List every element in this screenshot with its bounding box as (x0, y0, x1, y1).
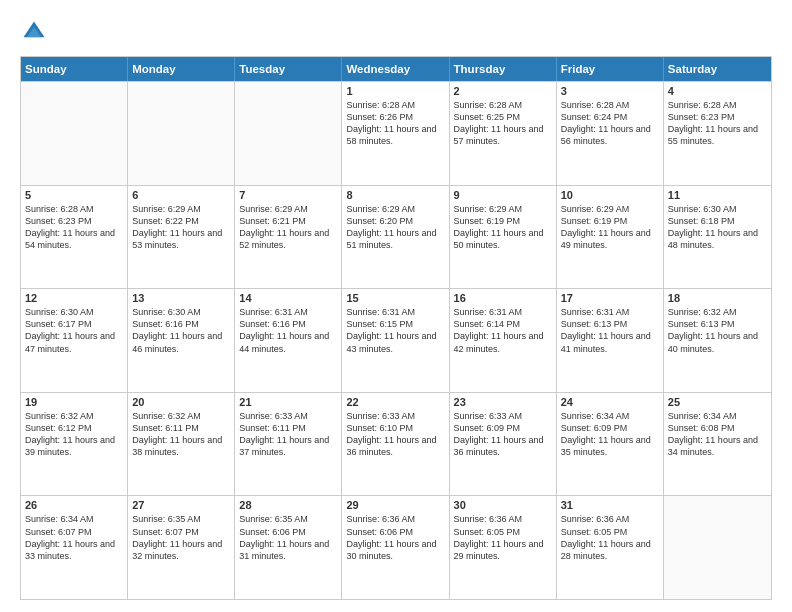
calendar-cell (128, 82, 235, 185)
cell-info: Sunrise: 6:30 AM Sunset: 6:17 PM Dayligh… (25, 306, 123, 355)
cell-info: Sunrise: 6:36 AM Sunset: 6:06 PM Dayligh… (346, 513, 444, 562)
day-number: 25 (668, 396, 767, 408)
day-number: 29 (346, 499, 444, 511)
calendar-row-3: 12Sunrise: 6:30 AM Sunset: 6:17 PM Dayli… (21, 288, 771, 392)
cell-info: Sunrise: 6:28 AM Sunset: 6:24 PM Dayligh… (561, 99, 659, 148)
calendar-row-5: 26Sunrise: 6:34 AM Sunset: 6:07 PM Dayli… (21, 495, 771, 599)
cell-info: Sunrise: 6:35 AM Sunset: 6:07 PM Dayligh… (132, 513, 230, 562)
cell-info: Sunrise: 6:29 AM Sunset: 6:19 PM Dayligh… (454, 203, 552, 252)
day-number: 31 (561, 499, 659, 511)
day-number: 21 (239, 396, 337, 408)
day-number: 16 (454, 292, 552, 304)
day-number: 30 (454, 499, 552, 511)
calendar-row-2: 5Sunrise: 6:28 AM Sunset: 6:23 PM Daylig… (21, 185, 771, 289)
weekday-header-thursday: Thursday (450, 57, 557, 81)
day-number: 18 (668, 292, 767, 304)
cell-info: Sunrise: 6:34 AM Sunset: 6:09 PM Dayligh… (561, 410, 659, 459)
cell-info: Sunrise: 6:33 AM Sunset: 6:11 PM Dayligh… (239, 410, 337, 459)
calendar-cell: 3Sunrise: 6:28 AM Sunset: 6:24 PM Daylig… (557, 82, 664, 185)
calendar-cell: 27Sunrise: 6:35 AM Sunset: 6:07 PM Dayli… (128, 496, 235, 599)
cell-info: Sunrise: 6:29 AM Sunset: 6:21 PM Dayligh… (239, 203, 337, 252)
cell-info: Sunrise: 6:34 AM Sunset: 6:07 PM Dayligh… (25, 513, 123, 562)
cell-info: Sunrise: 6:28 AM Sunset: 6:25 PM Dayligh… (454, 99, 552, 148)
day-number: 7 (239, 189, 337, 201)
calendar-cell (664, 496, 771, 599)
day-number: 10 (561, 189, 659, 201)
cell-info: Sunrise: 6:33 AM Sunset: 6:09 PM Dayligh… (454, 410, 552, 459)
calendar-cell: 14Sunrise: 6:31 AM Sunset: 6:16 PM Dayli… (235, 289, 342, 392)
day-number: 28 (239, 499, 337, 511)
logo-icon (20, 18, 48, 46)
day-number: 19 (25, 396, 123, 408)
weekday-header-sunday: Sunday (21, 57, 128, 81)
weekday-header-friday: Friday (557, 57, 664, 81)
cell-info: Sunrise: 6:35 AM Sunset: 6:06 PM Dayligh… (239, 513, 337, 562)
calendar-cell: 1Sunrise: 6:28 AM Sunset: 6:26 PM Daylig… (342, 82, 449, 185)
calendar-cell: 20Sunrise: 6:32 AM Sunset: 6:11 PM Dayli… (128, 393, 235, 496)
calendar-cell (21, 82, 128, 185)
day-number: 22 (346, 396, 444, 408)
cell-info: Sunrise: 6:32 AM Sunset: 6:11 PM Dayligh… (132, 410, 230, 459)
calendar-cell: 23Sunrise: 6:33 AM Sunset: 6:09 PM Dayli… (450, 393, 557, 496)
calendar-cell: 18Sunrise: 6:32 AM Sunset: 6:13 PM Dayli… (664, 289, 771, 392)
calendar-row-1: 1Sunrise: 6:28 AM Sunset: 6:26 PM Daylig… (21, 81, 771, 185)
day-number: 8 (346, 189, 444, 201)
day-number: 23 (454, 396, 552, 408)
calendar-cell: 24Sunrise: 6:34 AM Sunset: 6:09 PM Dayli… (557, 393, 664, 496)
calendar-body: 1Sunrise: 6:28 AM Sunset: 6:26 PM Daylig… (21, 81, 771, 599)
calendar-cell: 11Sunrise: 6:30 AM Sunset: 6:18 PM Dayli… (664, 186, 771, 289)
cell-info: Sunrise: 6:33 AM Sunset: 6:10 PM Dayligh… (346, 410, 444, 459)
weekday-header-monday: Monday (128, 57, 235, 81)
calendar-cell: 8Sunrise: 6:29 AM Sunset: 6:20 PM Daylig… (342, 186, 449, 289)
cell-info: Sunrise: 6:30 AM Sunset: 6:18 PM Dayligh… (668, 203, 767, 252)
day-number: 1 (346, 85, 444, 97)
day-number: 20 (132, 396, 230, 408)
day-number: 3 (561, 85, 659, 97)
day-number: 24 (561, 396, 659, 408)
calendar-cell: 25Sunrise: 6:34 AM Sunset: 6:08 PM Dayli… (664, 393, 771, 496)
calendar-cell: 7Sunrise: 6:29 AM Sunset: 6:21 PM Daylig… (235, 186, 342, 289)
day-number: 12 (25, 292, 123, 304)
calendar-cell: 26Sunrise: 6:34 AM Sunset: 6:07 PM Dayli… (21, 496, 128, 599)
cell-info: Sunrise: 6:32 AM Sunset: 6:12 PM Dayligh… (25, 410, 123, 459)
calendar-cell: 5Sunrise: 6:28 AM Sunset: 6:23 PM Daylig… (21, 186, 128, 289)
weekday-header-saturday: Saturday (664, 57, 771, 81)
calendar-cell: 21Sunrise: 6:33 AM Sunset: 6:11 PM Dayli… (235, 393, 342, 496)
calendar-cell: 30Sunrise: 6:36 AM Sunset: 6:05 PM Dayli… (450, 496, 557, 599)
cell-info: Sunrise: 6:31 AM Sunset: 6:13 PM Dayligh… (561, 306, 659, 355)
cell-info: Sunrise: 6:36 AM Sunset: 6:05 PM Dayligh… (561, 513, 659, 562)
calendar-cell: 31Sunrise: 6:36 AM Sunset: 6:05 PM Dayli… (557, 496, 664, 599)
day-number: 2 (454, 85, 552, 97)
cell-info: Sunrise: 6:29 AM Sunset: 6:20 PM Dayligh… (346, 203, 444, 252)
cell-info: Sunrise: 6:30 AM Sunset: 6:16 PM Dayligh… (132, 306, 230, 355)
day-number: 5 (25, 189, 123, 201)
calendar-cell: 29Sunrise: 6:36 AM Sunset: 6:06 PM Dayli… (342, 496, 449, 599)
day-number: 14 (239, 292, 337, 304)
cell-info: Sunrise: 6:29 AM Sunset: 6:19 PM Dayligh… (561, 203, 659, 252)
calendar-cell: 12Sunrise: 6:30 AM Sunset: 6:17 PM Dayli… (21, 289, 128, 392)
calendar-cell: 19Sunrise: 6:32 AM Sunset: 6:12 PM Dayli… (21, 393, 128, 496)
day-number: 9 (454, 189, 552, 201)
calendar-cell: 4Sunrise: 6:28 AM Sunset: 6:23 PM Daylig… (664, 82, 771, 185)
calendar-row-4: 19Sunrise: 6:32 AM Sunset: 6:12 PM Dayli… (21, 392, 771, 496)
cell-info: Sunrise: 6:32 AM Sunset: 6:13 PM Dayligh… (668, 306, 767, 355)
calendar-cell: 6Sunrise: 6:29 AM Sunset: 6:22 PM Daylig… (128, 186, 235, 289)
cell-info: Sunrise: 6:34 AM Sunset: 6:08 PM Dayligh… (668, 410, 767, 459)
cell-info: Sunrise: 6:36 AM Sunset: 6:05 PM Dayligh… (454, 513, 552, 562)
cell-info: Sunrise: 6:31 AM Sunset: 6:16 PM Dayligh… (239, 306, 337, 355)
cell-info: Sunrise: 6:29 AM Sunset: 6:22 PM Dayligh… (132, 203, 230, 252)
day-number: 26 (25, 499, 123, 511)
calendar-cell: 28Sunrise: 6:35 AM Sunset: 6:06 PM Dayli… (235, 496, 342, 599)
calendar-cell: 15Sunrise: 6:31 AM Sunset: 6:15 PM Dayli… (342, 289, 449, 392)
calendar-header: SundayMondayTuesdayWednesdayThursdayFrid… (21, 57, 771, 81)
day-number: 11 (668, 189, 767, 201)
calendar-cell: 22Sunrise: 6:33 AM Sunset: 6:10 PM Dayli… (342, 393, 449, 496)
cell-info: Sunrise: 6:31 AM Sunset: 6:14 PM Dayligh… (454, 306, 552, 355)
header (20, 18, 772, 46)
cell-info: Sunrise: 6:28 AM Sunset: 6:26 PM Dayligh… (346, 99, 444, 148)
day-number: 13 (132, 292, 230, 304)
calendar-cell: 10Sunrise: 6:29 AM Sunset: 6:19 PM Dayli… (557, 186, 664, 289)
calendar-cell: 17Sunrise: 6:31 AM Sunset: 6:13 PM Dayli… (557, 289, 664, 392)
calendar: SundayMondayTuesdayWednesdayThursdayFrid… (20, 56, 772, 600)
calendar-cell: 16Sunrise: 6:31 AM Sunset: 6:14 PM Dayli… (450, 289, 557, 392)
